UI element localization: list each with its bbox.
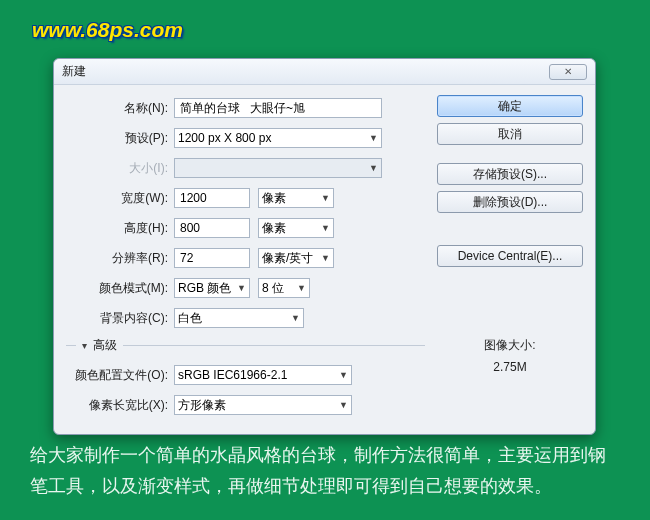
chevron-down-icon: ▼	[339, 370, 348, 380]
new-document-dialog: 新建 ✕ 名称(N): 预设(P): 1200 px X 800 px ▼ 大小…	[53, 58, 596, 435]
chevron-down-icon: ▼	[237, 283, 246, 293]
preset-label: 预设(P):	[66, 130, 174, 147]
chevron-down-icon: ▼	[321, 253, 330, 263]
aspect-select[interactable]: 方形像素 ▼	[174, 395, 352, 415]
watermark: www.68ps.com	[32, 18, 183, 42]
bit-depth-select[interactable]: 8 位 ▼	[258, 278, 310, 298]
chevron-down-icon: ▼	[291, 313, 300, 323]
chevron-down-icon: ▼	[321, 223, 330, 233]
mode-select[interactable]: RGB 颜色 ▼	[174, 278, 250, 298]
name-label: 名称(N):	[66, 100, 174, 117]
chevron-down-icon: ▼	[297, 283, 306, 293]
advanced-toggle-row[interactable]: ▾ 高级	[66, 337, 425, 354]
bg-label: 背景内容(C):	[66, 310, 174, 327]
bit-value: 8 位	[262, 280, 284, 297]
resolution-input[interactable]	[174, 248, 250, 268]
chevron-down-icon: ▼	[369, 163, 378, 173]
dialog-title: 新建	[62, 63, 86, 80]
close-button[interactable]: ✕	[549, 64, 587, 80]
device-central-button[interactable]: Device Central(E)...	[437, 245, 583, 267]
button-column: 确定 取消 存储预设(S)... 删除预设(D)... Device Centr…	[437, 95, 583, 422]
resolution-label: 分辨率(R):	[66, 250, 174, 267]
profile-label: 颜色配置文件(O):	[66, 367, 174, 384]
aspect-label: 像素长宽比(X):	[66, 397, 174, 414]
tutorial-caption: 给大家制作一个简单的水晶风格的台球，制作方法很简单，主要运用到钢笔工具，以及渐变…	[30, 440, 620, 501]
preset-value: 1200 px X 800 px	[178, 131, 271, 145]
profile-select[interactable]: sRGB IEC61966-2.1 ▼	[174, 365, 352, 385]
size-select: ▼	[174, 158, 382, 178]
form-column: 名称(N): 预设(P): 1200 px X 800 px ▼ 大小(I): …	[66, 95, 425, 422]
size-label: 大小(I):	[66, 160, 174, 177]
image-size-label: 图像大小:	[437, 337, 583, 354]
mode-value: RGB 颜色	[178, 280, 231, 297]
image-size-block: 图像大小: 2.75M	[437, 337, 583, 374]
width-input[interactable]	[174, 188, 250, 208]
height-unit-value: 像素	[262, 220, 286, 237]
resolution-unit-value: 像素/英寸	[262, 250, 313, 267]
close-icon: ✕	[564, 66, 572, 77]
chevron-down-icon: ▼	[339, 400, 348, 410]
height-unit-select[interactable]: 像素 ▼	[258, 218, 334, 238]
resolution-unit-select[interactable]: 像素/英寸 ▼	[258, 248, 334, 268]
aspect-value: 方形像素	[178, 397, 226, 414]
profile-value: sRGB IEC61966-2.1	[178, 368, 287, 382]
titlebar: 新建 ✕	[54, 59, 595, 85]
height-input[interactable]	[174, 218, 250, 238]
name-input[interactable]	[174, 98, 382, 118]
width-label: 宽度(W):	[66, 190, 174, 207]
width-unit-value: 像素	[262, 190, 286, 207]
bg-value: 白色	[178, 310, 202, 327]
chevron-down-icon: ▾	[82, 340, 87, 351]
chevron-down-icon: ▼	[321, 193, 330, 203]
delete-preset-button[interactable]: 删除预设(D)...	[437, 191, 583, 213]
chevron-down-icon: ▼	[369, 133, 378, 143]
width-unit-select[interactable]: 像素 ▼	[258, 188, 334, 208]
bg-select[interactable]: 白色 ▼	[174, 308, 304, 328]
save-preset-button[interactable]: 存储预设(S)...	[437, 163, 583, 185]
cancel-button[interactable]: 取消	[437, 123, 583, 145]
height-label: 高度(H):	[66, 220, 174, 237]
image-size-value: 2.75M	[437, 360, 583, 374]
advanced-label: 高级	[93, 337, 117, 354]
ok-button[interactable]: 确定	[437, 95, 583, 117]
mode-label: 颜色模式(M):	[66, 280, 174, 297]
preset-select[interactable]: 1200 px X 800 px ▼	[174, 128, 382, 148]
